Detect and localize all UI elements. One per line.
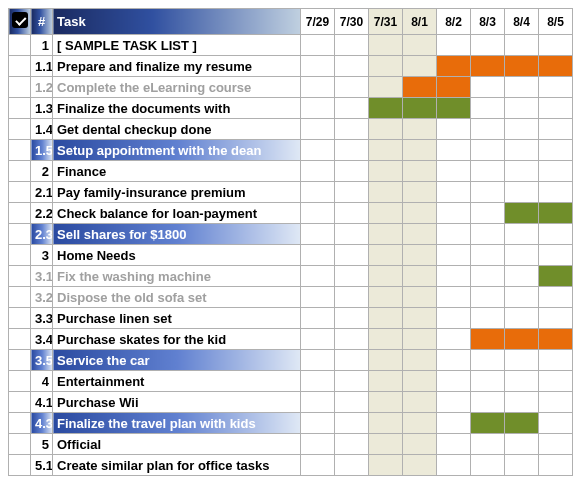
- gantt-cell[interactable]: [539, 287, 573, 308]
- check-cell[interactable]: [9, 287, 31, 308]
- gantt-cell[interactable]: [301, 371, 335, 392]
- gantt-cell[interactable]: [539, 56, 573, 77]
- task-name[interactable]: Service the car: [53, 350, 301, 371]
- gantt-cell[interactable]: [539, 119, 573, 140]
- gantt-cell[interactable]: [369, 224, 403, 245]
- task-name[interactable]: Home Needs: [53, 245, 301, 266]
- gantt-cell[interactable]: [369, 245, 403, 266]
- header-date-5[interactable]: 8/3: [471, 9, 505, 35]
- gantt-cell[interactable]: [505, 77, 539, 98]
- gantt-cell[interactable]: [301, 350, 335, 371]
- gantt-cell[interactable]: [539, 350, 573, 371]
- task-name[interactable]: [ SAMPLE TASK LIST ]: [53, 35, 301, 56]
- header-date-3[interactable]: 8/1: [403, 9, 437, 35]
- gantt-cell[interactable]: [403, 182, 437, 203]
- gantt-cell[interactable]: [471, 392, 505, 413]
- gantt-cell[interactable]: [471, 182, 505, 203]
- gantt-cell[interactable]: [335, 161, 369, 182]
- header-date-0[interactable]: 7/29: [301, 9, 335, 35]
- gantt-cell[interactable]: [471, 161, 505, 182]
- check-cell[interactable]: [9, 203, 31, 224]
- task-name[interactable]: Purchase Wii: [53, 392, 301, 413]
- gantt-cell[interactable]: [471, 413, 505, 434]
- check-cell[interactable]: [9, 413, 31, 434]
- gantt-cell[interactable]: [335, 98, 369, 119]
- table-row[interactable]: 4Entertainment: [9, 371, 573, 392]
- check-cell[interactable]: [9, 224, 31, 245]
- gantt-cell[interactable]: [335, 77, 369, 98]
- table-row[interactable]: 3.2Dispose the old sofa set: [9, 287, 573, 308]
- gantt-cell[interactable]: [437, 56, 471, 77]
- gantt-cell[interactable]: [369, 98, 403, 119]
- header-task[interactable]: Task: [53, 9, 301, 35]
- gantt-cell[interactable]: [335, 182, 369, 203]
- check-cell[interactable]: [9, 245, 31, 266]
- gantt-cell[interactable]: [369, 77, 403, 98]
- task-name[interactable]: Complete the eLearning course: [53, 77, 301, 98]
- gantt-cell[interactable]: [369, 371, 403, 392]
- header-check[interactable]: [9, 9, 31, 35]
- gantt-cell[interactable]: [403, 413, 437, 434]
- gantt-cell[interactable]: [335, 266, 369, 287]
- gantt-cell[interactable]: [335, 434, 369, 455]
- task-name[interactable]: Dispose the old sofa set: [53, 287, 301, 308]
- table-row[interactable]: 3.5Service the car: [9, 350, 573, 371]
- gantt-cell[interactable]: [369, 203, 403, 224]
- gantt-cell[interactable]: [539, 182, 573, 203]
- gantt-cell[interactable]: [335, 140, 369, 161]
- gantt-cell[interactable]: [505, 434, 539, 455]
- gantt-cell[interactable]: [471, 308, 505, 329]
- table-row[interactable]: 1.5Setup appointment with the dean: [9, 140, 573, 161]
- task-name[interactable]: Create similar plan for office tasks: [53, 455, 301, 476]
- gantt-cell[interactable]: [335, 245, 369, 266]
- gantt-cell[interactable]: [471, 266, 505, 287]
- gantt-cell[interactable]: [437, 161, 471, 182]
- task-name[interactable]: Purchase skates for the kid: [53, 329, 301, 350]
- table-row[interactable]: 1.3Finalize the documents with: [9, 98, 573, 119]
- gantt-cell[interactable]: [471, 350, 505, 371]
- gantt-cell[interactable]: [471, 455, 505, 476]
- gantt-cell[interactable]: [301, 266, 335, 287]
- gantt-cell[interactable]: [301, 77, 335, 98]
- gantt-cell[interactable]: [403, 77, 437, 98]
- table-row[interactable]: 1.2Complete the eLearning course: [9, 77, 573, 98]
- gantt-cell[interactable]: [301, 161, 335, 182]
- gantt-cell[interactable]: [437, 371, 471, 392]
- gantt-cell[interactable]: [505, 140, 539, 161]
- table-row[interactable]: 2.3Sell shares for $1800: [9, 224, 573, 245]
- gantt-cell[interactable]: [437, 350, 471, 371]
- gantt-cell[interactable]: [301, 455, 335, 476]
- gantt-cell[interactable]: [505, 266, 539, 287]
- check-cell[interactable]: [9, 434, 31, 455]
- gantt-cell[interactable]: [403, 203, 437, 224]
- gantt-cell[interactable]: [505, 413, 539, 434]
- gantt-cell[interactable]: [301, 308, 335, 329]
- gantt-cell[interactable]: [335, 413, 369, 434]
- gantt-cell[interactable]: [539, 308, 573, 329]
- gantt-cell[interactable]: [471, 224, 505, 245]
- task-name[interactable]: Prepare and finalize my resume: [53, 56, 301, 77]
- gantt-cell[interactable]: [505, 245, 539, 266]
- gantt-cell[interactable]: [505, 56, 539, 77]
- gantt-cell[interactable]: [369, 287, 403, 308]
- gantt-cell[interactable]: [369, 140, 403, 161]
- task-name[interactable]: Setup appointment with the dean: [53, 140, 301, 161]
- check-cell[interactable]: [9, 56, 31, 77]
- gantt-cell[interactable]: [335, 287, 369, 308]
- table-row[interactable]: 2.2Check balance for loan-payment: [9, 203, 573, 224]
- gantt-cell[interactable]: [301, 56, 335, 77]
- gantt-cell[interactable]: [369, 119, 403, 140]
- gantt-cell[interactable]: [471, 245, 505, 266]
- gantt-cell[interactable]: [471, 434, 505, 455]
- gantt-cell[interactable]: [539, 245, 573, 266]
- check-cell[interactable]: [9, 392, 31, 413]
- check-cell[interactable]: [9, 98, 31, 119]
- check-cell[interactable]: [9, 161, 31, 182]
- table-row[interactable]: 3.4Purchase skates for the kid: [9, 329, 573, 350]
- gantt-cell[interactable]: [505, 224, 539, 245]
- gantt-cell[interactable]: [301, 203, 335, 224]
- gantt-cell[interactable]: [403, 329, 437, 350]
- gantt-cell[interactable]: [437, 140, 471, 161]
- gantt-cell[interactable]: [335, 350, 369, 371]
- gantt-cell[interactable]: [403, 266, 437, 287]
